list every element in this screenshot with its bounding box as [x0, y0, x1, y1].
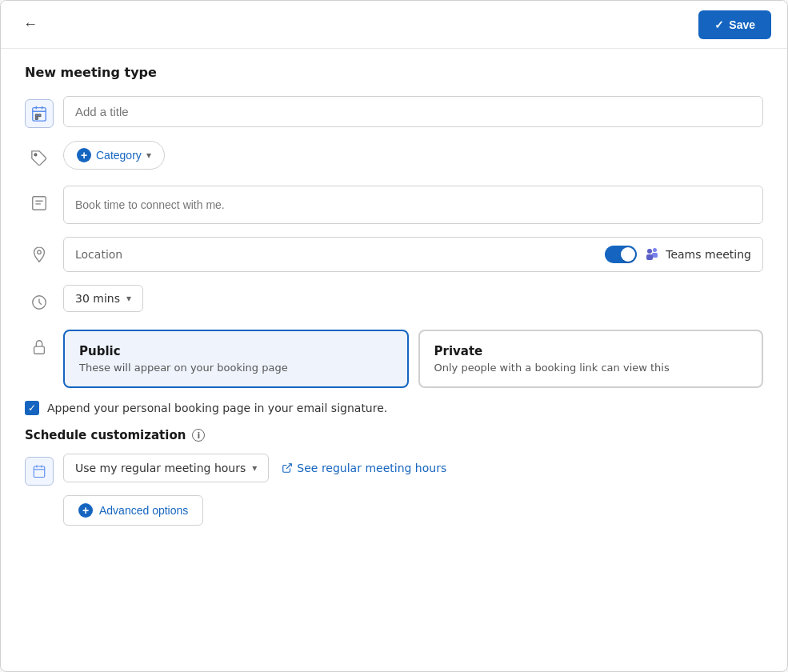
private-title: Private — [434, 344, 748, 358]
schedule-info-icon[interactable]: i — [192, 429, 205, 442]
svg-rect-19 — [34, 466, 45, 478]
private-desc: Only people with a booking link can view… — [434, 362, 748, 374]
category-row: + Category ▾ — [25, 141, 763, 173]
title-row — [25, 96, 763, 128]
schedule-options: Use my regular meeting hours ▾ See regul… — [63, 454, 763, 482]
duration-select[interactable]: 30 mins ▾ — [63, 285, 143, 312]
svg-point-13 — [653, 248, 657, 252]
advanced-options-button[interactable]: + Advanced options — [63, 495, 203, 526]
svg-point-15 — [647, 249, 652, 254]
public-desc: These will appear on your booking page — [79, 362, 393, 374]
svg-rect-5 — [38, 114, 41, 117]
description-input[interactable] — [63, 186, 763, 224]
teams-toggle[interactable] — [605, 246, 637, 263]
clock-icon — [30, 294, 48, 311]
private-option[interactable]: Private Only people with a booking link … — [418, 330, 764, 388]
title-field-container — [63, 96, 763, 127]
svg-rect-6 — [35, 118, 38, 120]
description-container — [63, 186, 763, 224]
duration-chevron-icon: ▾ — [126, 293, 131, 304]
schedule-row: Use my regular meeting hours ▾ See regul… — [25, 454, 763, 526]
svg-point-11 — [38, 250, 42, 254]
svg-rect-16 — [646, 254, 653, 260]
title-icon-container — [25, 99, 54, 128]
schedule-title: Schedule customization — [25, 428, 186, 442]
form-content: New meeting type — [1, 49, 787, 671]
teams-label-container: Teams meeting — [643, 246, 751, 263]
email-signature-row: ✓ Append your personal booking page in y… — [25, 401, 763, 415]
teams-toggle-container: Teams meeting — [605, 246, 751, 263]
svg-rect-14 — [652, 253, 658, 258]
page-title: New meeting type — [25, 65, 763, 80]
svg-rect-18 — [34, 346, 45, 354]
location-field[interactable]: Location — [63, 237, 763, 272]
public-option[interactable]: Public These will appear on your booking… — [63, 330, 409, 388]
teams-icon — [643, 246, 661, 263]
location-container: Location — [63, 237, 763, 272]
chevron-down-icon: ▾ — [146, 150, 151, 161]
visibility-icon-container — [25, 333, 54, 362]
location-row: Location — [25, 237, 763, 272]
visibility-container: Public These will appear on your booking… — [63, 330, 763, 388]
svg-point-7 — [34, 154, 37, 156]
see-hours-link[interactable]: See regular meeting hours — [282, 462, 446, 474]
schedule-calendar-svg — [32, 464, 46, 478]
location-icon-container — [25, 240, 54, 269]
title-input[interactable] — [63, 96, 763, 127]
clock-icon-container — [25, 288, 54, 317]
calendar-icon — [25, 99, 54, 128]
visibility-options: Public These will appear on your booking… — [63, 330, 763, 388]
duration-row: 30 mins ▾ — [25, 285, 763, 317]
external-link-icon — [282, 462, 293, 474]
save-button[interactable]: ✓ Save — [698, 10, 771, 39]
svg-rect-4 — [35, 114, 38, 117]
schedule-calendar-icon-container — [25, 457, 54, 486]
lock-icon — [30, 338, 48, 356]
check-icon: ✓ — [714, 18, 724, 31]
location-placeholder: Location — [75, 248, 597, 261]
description-icon-container — [25, 189, 54, 218]
public-title: Public — [79, 344, 393, 358]
hours-select[interactable]: Use my regular meeting hours ▾ — [63, 454, 269, 482]
duration-container: 30 mins ▾ — [63, 285, 763, 312]
schedule-section-header: Schedule customization i — [25, 428, 763, 442]
email-signature-label: Append your personal booking page in you… — [47, 402, 387, 414]
back-button[interactable]: ← — [17, 13, 44, 36]
back-icon: ← — [23, 16, 38, 32]
location-icon — [30, 246, 48, 263]
svg-line-23 — [286, 464, 291, 469]
svg-rect-8 — [33, 197, 46, 210]
advanced-plus-icon: + — [78, 503, 93, 518]
hours-chevron-icon: ▾ — [252, 462, 257, 474]
tag-icon — [30, 150, 48, 167]
plus-icon: + — [77, 148, 91, 162]
calendar-svg — [30, 105, 48, 122]
category-button[interactable]: + Category ▾ — [63, 141, 165, 170]
visibility-row: Public These will appear on your booking… — [25, 330, 763, 388]
schedule-options-container: Use my regular meeting hours ▾ See regul… — [63, 454, 763, 526]
tag-icon-container — [25, 144, 54, 173]
description-icon — [30, 194, 48, 212]
check-mark: ✓ — [28, 402, 36, 414]
header: ← ✓ Save — [1, 1, 787, 49]
schedule-calendar-icon — [25, 457, 54, 486]
email-signature-checkbox[interactable]: ✓ — [25, 401, 39, 415]
category-container: + Category ▾ — [63, 141, 763, 170]
description-row — [25, 186, 763, 224]
